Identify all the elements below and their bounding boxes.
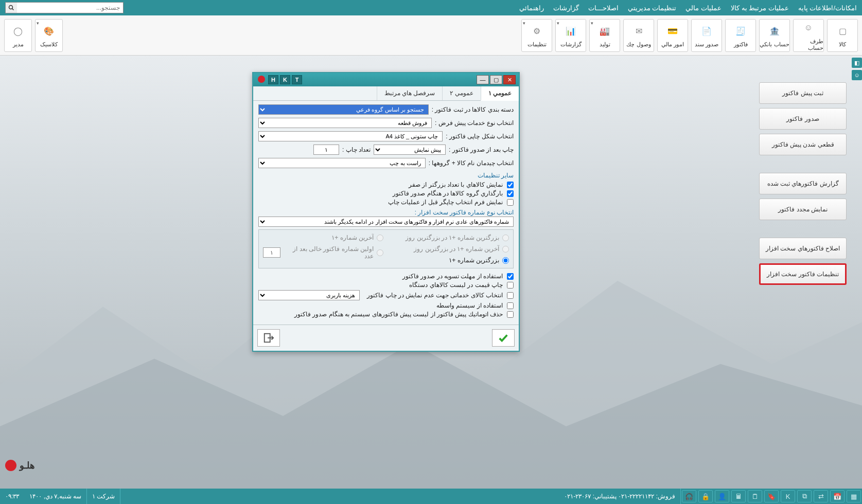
btn-reshow-invoice[interactable]: نمايش مجدد فاكتور xyxy=(759,199,847,220)
radio-biggest-plus1[interactable] xyxy=(502,257,509,264)
tool-label: امور مالي xyxy=(661,41,684,48)
tool-settings[interactable]: ▾⚙تنظیمات xyxy=(521,19,552,52)
chevron-down-icon: ▾ xyxy=(37,21,39,26)
radio-label: بزرگترین شماره +۱ در بزرگترین روز xyxy=(406,234,499,241)
statusbar: ▦ 📅 ⇄ ⧉ K 🔖 🗒 🖩 👤 🔒 🎧 فروش: ۰۲۱-۲۲۲۲۱۱۴۲… xyxy=(0,489,862,504)
chk-service-noprint[interactable] xyxy=(507,292,514,299)
copies-input[interactable] xyxy=(313,145,339,155)
search-input[interactable] xyxy=(17,4,123,11)
tab-general-2[interactable]: عمومي ۲ xyxy=(442,86,480,100)
menu-item-1[interactable]: عملیات مرتبط به کالا xyxy=(731,4,789,12)
doc-icon: 📄 xyxy=(698,23,715,39)
tool-reports[interactable]: ▾📊گزارشات xyxy=(555,19,586,52)
menu-item-3[interactable]: تنظیمات مدیریتي xyxy=(628,4,677,12)
tool-cheque[interactable]: ✉وصول چك xyxy=(623,19,654,52)
exit-icon xyxy=(263,332,274,344)
tool-label: تنظیمات xyxy=(527,41,547,48)
status-icon-chart[interactable]: ⧉ xyxy=(797,490,812,502)
chk-price-list[interactable] xyxy=(507,282,514,289)
svg-point-0 xyxy=(9,6,13,9)
chk-gt-zero-label: نمايش كالاهاي با تعداد بزرگتر از صفر xyxy=(409,181,503,188)
chk-deadline-label: استفاده از مهلت تسویه در صدور فاکتور xyxy=(402,273,503,280)
tab-related-headings[interactable]: سرفصل هاي مرتبط xyxy=(377,86,443,100)
radio-label: آخرین شماره +۱ در بزرگترین روز xyxy=(414,245,499,253)
status-icon-grid[interactable]: ▦ xyxy=(847,490,861,502)
chk-load-group[interactable] xyxy=(507,190,514,197)
tool-theme-classic[interactable]: ▾🎨کلاسیک xyxy=(35,19,63,52)
status-icon-clip[interactable]: 🔖 xyxy=(764,490,779,502)
tool-invoice[interactable]: 🧾فاکتور xyxy=(725,19,756,52)
status-icon-k[interactable]: K xyxy=(781,490,795,502)
tool-bank-account[interactable]: 🏦حساب بانکي xyxy=(759,19,790,52)
btn-issue-invoice[interactable]: صدور فاکتور xyxy=(759,108,847,130)
close-button[interactable]: ✕ xyxy=(503,75,516,84)
confirm-button[interactable] xyxy=(492,329,515,347)
search-box[interactable] xyxy=(5,2,124,13)
radio-label: آخرین شماره +۱ xyxy=(331,234,374,241)
chk-deadline[interactable] xyxy=(507,273,514,280)
strip-icon-1[interactable]: ◧ xyxy=(852,58,862,68)
chk-price-list-label: چاپ قیمت در لیست کالاهاي دستگاه xyxy=(409,281,503,289)
chk-mediator-label: استفاده از سیستم واسطه xyxy=(436,302,503,309)
tool-label: گزارشات xyxy=(560,41,582,48)
status-icon-calendar[interactable]: 📅 xyxy=(830,490,845,502)
btn-invoice-report[interactable]: گزارش فاکتورهاي ثبت شده xyxy=(759,173,847,194)
status-icon-calc[interactable]: 🖩 xyxy=(731,490,746,502)
chk-gt-zero[interactable] xyxy=(507,182,514,188)
tool-label: مدیر xyxy=(13,41,24,48)
support-phone: ۰۲۱-۲۳۰۶۷ xyxy=(564,493,591,500)
print-shape-label: انتخاب شکل چاپی فاکتور : xyxy=(446,133,514,140)
menu-item-4[interactable]: اصلاحـــات xyxy=(588,4,619,12)
tool-label: کالا xyxy=(839,41,846,48)
strip-icon-2[interactable]: ☺ xyxy=(852,70,862,80)
dialog-body: دسته بندي کالاها در ثبت فاکتور : جستجو ب… xyxy=(253,101,519,325)
minimize-button[interactable]: — xyxy=(477,75,489,84)
tool-account-party[interactable]: ☺طرف حساب xyxy=(793,19,824,52)
tab-general-1[interactable]: عمومي ۱ xyxy=(481,86,519,101)
status-icon-share[interactable]: ⇄ xyxy=(814,490,828,502)
menu-item-0[interactable]: امکانات/اطلاعات پایه xyxy=(798,4,857,12)
title-tag-k: K xyxy=(280,75,290,84)
btn-fix-hw-invoices[interactable]: اصلاح فاکتورهاي سخت افزار xyxy=(759,238,847,259)
brand-text: هلـو xyxy=(20,460,35,471)
chk-show-form[interactable] xyxy=(507,199,514,206)
menu-item-2[interactable]: عملیات مالي xyxy=(685,4,722,12)
search-button[interactable] xyxy=(6,3,17,13)
chk-autodelete[interactable] xyxy=(507,311,514,318)
status-icon-user[interactable]: 👤 xyxy=(715,490,729,502)
search-icon xyxy=(8,5,14,11)
print-shape-select[interactable]: چاپ ستونی _ کاغذ A4 xyxy=(258,131,443,141)
dialog-titlebar[interactable]: H K T — ▢ ✕ xyxy=(253,73,519,86)
maximize-button[interactable]: ▢ xyxy=(490,75,502,84)
tool-financial[interactable]: 💳امور مالي xyxy=(657,19,688,52)
dialog-tabbar: عمومي ۱ عمومي ۲ سرفصل هاي مرتبط xyxy=(253,86,519,101)
service-type-label: انتخاب نوع خدمات پیش فرض : xyxy=(435,119,514,127)
classify-select[interactable]: جستجو بر اساس گروه فرعي xyxy=(258,104,429,115)
exit-button[interactable] xyxy=(257,329,280,347)
workspace-canvas: ◧ ☺ ثبت پیش فاکتور صدور فاکتور قطعي شدن … xyxy=(0,56,862,489)
menu-item-5[interactable]: گزارشات xyxy=(553,4,579,12)
svg-point-4 xyxy=(258,76,265,83)
status-icon-headset[interactable]: 🎧 xyxy=(682,490,696,502)
service-noprint-select[interactable]: هزینه باربری xyxy=(258,290,360,300)
service-type-select[interactable]: فروش قطعه xyxy=(258,118,432,128)
after-print-select[interactable]: پیش نمایش xyxy=(374,145,446,155)
menu-item-6[interactable]: راهنمائي xyxy=(519,4,544,12)
radio-label: بزرگترین شماره +۱ xyxy=(449,257,499,264)
hw-number-select[interactable]: شماره فاکتورهای عادی نرم افزار و فاکتوره… xyxy=(258,217,514,227)
chk-show-form-label: نمايش فرم انتخاب چاپگر قبل از عمليات چاپ xyxy=(388,199,503,206)
btn-save-preinvoice[interactable]: ثبت پیش فاکتور xyxy=(759,82,847,104)
brand-circle-icon xyxy=(5,460,16,471)
alignment-select[interactable]: راست به چپ xyxy=(258,158,426,168)
tool-goods[interactable]: ▢کالا xyxy=(827,19,858,52)
tool-production[interactable]: ▾🏭تولید xyxy=(589,19,620,52)
status-icon-note[interactable]: 🗒 xyxy=(748,490,762,502)
btn-hw-invoice-settings[interactable]: تنظیمات فاکتور سخت افزار xyxy=(759,263,847,285)
status-icon-lock[interactable]: 🔒 xyxy=(698,490,713,502)
tool-admin[interactable]: ◯مدیر xyxy=(4,19,32,52)
chk-mediator[interactable] xyxy=(507,302,514,309)
tool-issue-doc[interactable]: 📄صدور سند xyxy=(691,19,722,52)
btn-finalize-preinvoice[interactable]: قطعي شدن پيش فاكتور xyxy=(759,134,847,155)
toolbar-ribbon: ▢کالا ☺طرف حساب 🏦حساب بانکي 🧾فاکتور 📄صدو… xyxy=(0,15,862,56)
status-time: ۰۹:۳۳ xyxy=(0,489,24,504)
